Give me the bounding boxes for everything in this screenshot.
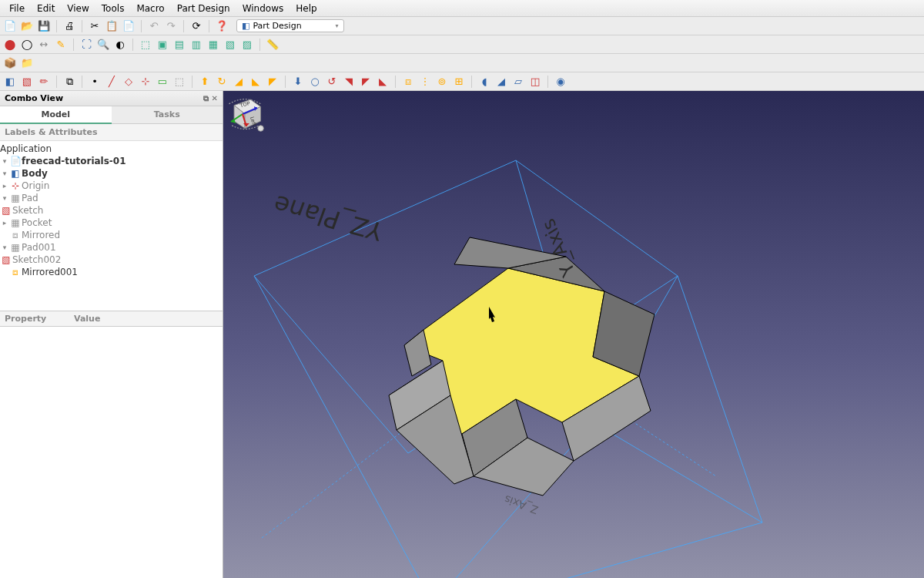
yz-plane-label: YZ_Plane — [270, 190, 388, 247]
svg-marker-8 — [243, 123, 249, 126]
part-icon[interactable]: 📦 — [3, 56, 17, 70]
view-rear-icon[interactable]: ▦ — [206, 38, 220, 52]
menu-macro[interactable]: Macro — [130, 2, 170, 15]
pad-icon: ▦ — [9, 242, 22, 253]
edit-icon[interactable]: ✎ — [54, 38, 68, 52]
view-left-icon[interactable]: ▨ — [240, 38, 254, 52]
view-right-icon[interactable]: ▥ — [189, 38, 203, 52]
cube-icon: ◧ — [242, 21, 249, 31]
sketch-icon[interactable]: ▧ — [20, 75, 34, 89]
3d-viewport[interactable]: YZ_Plane Y_Axis Z_Axis ue TOP Left — [223, 91, 924, 578]
tree-mirrored001[interactable]: ⧈Mirrored001 — [0, 266, 223, 278]
menu-help[interactable]: Help — [290, 2, 323, 15]
zoom-fit-icon[interactable]: ⛶ — [79, 38, 93, 52]
polar-pattern-icon[interactable]: ⊚ — [435, 75, 449, 89]
print-icon[interactable]: 🖨 — [62, 19, 76, 33]
menu-edit[interactable]: Edit — [31, 2, 61, 15]
tree-pad001[interactable]: ▾▦Pad001 — [0, 241, 223, 254]
open-file-icon[interactable]: 📂 — [20, 19, 34, 33]
main-area: Combo View ⧉ ✕ Model Tasks Labels & Attr… — [0, 91, 924, 578]
cut-icon[interactable]: ✂ — [88, 19, 102, 33]
undo-icon[interactable]: ↶ — [147, 19, 161, 33]
circle-icon[interactable]: ◯ — [20, 38, 34, 52]
tree-sketch[interactable]: ▧Sketch — [0, 204, 223, 217]
save-icon[interactable]: 💾 — [37, 19, 51, 33]
loft-a-icon[interactable]: ◢ — [232, 75, 246, 89]
mirrored-icon[interactable]: ⧈ — [401, 75, 415, 89]
sketch-icon: ▧ — [0, 205, 12, 216]
body-icon[interactable]: ◧ — [3, 75, 17, 89]
menu-windows[interactable]: Windows — [236, 2, 290, 15]
linear-pattern-icon[interactable]: ⋮ — [418, 75, 432, 89]
measure-linear-icon[interactable]: 📏 — [266, 38, 280, 52]
tab-tasks[interactable]: Tasks — [112, 106, 223, 124]
draw-style-icon[interactable]: ◐ — [113, 38, 127, 52]
primitive-s-icon[interactable]: ◣ — [376, 75, 390, 89]
chevron-down-icon: ▾ — [336, 22, 339, 29]
boolean-icon[interactable]: ◉ — [554, 75, 567, 89]
pad-icon[interactable]: ⬆ — [198, 75, 212, 89]
property-body[interactable] — [0, 327, 223, 578]
close-icon[interactable]: ✕ — [212, 94, 218, 103]
paste-icon[interactable]: 📄 — [122, 19, 136, 33]
lcs-icon[interactable]: ⊹ — [139, 75, 152, 89]
chamfer-icon[interactable]: ◢ — [494, 75, 508, 89]
fillet-icon[interactable]: ◖ — [477, 75, 491, 89]
whatsthis-icon[interactable]: ❓ — [215, 19, 229, 33]
group-icon[interactable]: 📁 — [20, 56, 34, 70]
mirrored-icon: ⧈ — [9, 267, 22, 277]
tree-doc[interactable]: ▾📄freecad-tutorials-01 — [0, 155, 223, 167]
shapebinder-icon[interactable]: ▭ — [156, 75, 169, 89]
tree-sketch002[interactable]: ▧Sketch002 — [0, 254, 223, 266]
workbench-label: Part Design — [253, 21, 301, 31]
view-iso-icon[interactable]: ⬚ — [139, 38, 152, 52]
separator-icon — [132, 39, 133, 51]
model-tree[interactable]: Application ▾📄freecad-tutorials-01 ▾◧Bod… — [0, 141, 223, 280]
pad-icon: ▦ — [9, 193, 22, 203]
float-icon[interactable]: ⧉ — [203, 94, 209, 103]
view-front-icon[interactable]: ▣ — [156, 38, 169, 52]
pipe-s-icon[interactable]: ◤ — [359, 75, 373, 89]
toolbar-4: ◧ ▧ ✏ ⧉ • ╱ ◇ ⊹ ▭ ⬚ ⬆ ↻ ◢ ◣ ◤ ⬇ ○ ↺ ◥ ◤ … — [0, 72, 924, 91]
tab-model[interactable]: Model — [0, 106, 112, 124]
tree-app[interactable]: Application — [0, 143, 223, 155]
revolution-icon[interactable]: ↻ — [215, 75, 229, 89]
pocket-icon[interactable]: ⬇ — [291, 75, 305, 89]
tree-mirrored[interactable]: ⧈Mirrored — [0, 229, 223, 241]
multi-transform-icon[interactable]: ⊞ — [452, 75, 466, 89]
tree-pad[interactable]: ▾▦Pad — [0, 192, 223, 204]
tree-pocket[interactable]: ▸▦Pocket — [0, 217, 223, 229]
menu-bar: File Edit View Tools Macro Part Design W… — [0, 0, 924, 17]
clone-icon[interactable]: ⧉ — [62, 75, 76, 89]
view-top-icon[interactable]: ▤ — [172, 38, 186, 52]
refresh-icon[interactable]: ⟳ — [189, 19, 203, 33]
menu-view[interactable]: View — [61, 2, 95, 15]
workbench-selector[interactable]: ◧ Part Design ▾ — [236, 19, 344, 32]
view-bottom-icon[interactable]: ▧ — [223, 38, 237, 52]
menu-tools[interactable]: Tools — [95, 2, 131, 15]
copy-icon[interactable]: 📋 — [105, 19, 119, 33]
menu-file[interactable]: File — [3, 2, 31, 15]
menu-partdesign[interactable]: Part Design — [171, 2, 236, 15]
pipe-a-icon[interactable]: ◣ — [249, 75, 263, 89]
line-icon[interactable]: ╱ — [105, 75, 119, 89]
plane-icon[interactable]: ◇ — [122, 75, 136, 89]
new-file-icon[interactable]: 📄 — [3, 19, 17, 33]
separator-icon — [259, 39, 260, 51]
property-header: Property Value — [0, 311, 223, 327]
loft-s-icon[interactable]: ◥ — [342, 75, 356, 89]
draft-icon[interactable]: ▱ — [511, 75, 525, 89]
edit-sketch-icon[interactable]: ✏ — [37, 75, 51, 89]
point-icon[interactable]: • — [88, 75, 102, 89]
primitive-a-icon[interactable]: ◤ — [266, 75, 280, 89]
tree-origin[interactable]: ▸⊹Origin — [0, 180, 223, 192]
zoom-icon[interactable]: 🔍 — [96, 38, 110, 52]
binder-icon[interactable]: ⬚ — [172, 75, 186, 89]
hole-icon[interactable]: ○ — [308, 75, 322, 89]
record-icon[interactable]: ⬤ — [3, 38, 17, 52]
measure-icon[interactable]: ↔ — [37, 38, 51, 52]
tree-body[interactable]: ▾◧Body — [0, 167, 223, 180]
groove-icon[interactable]: ↺ — [325, 75, 339, 89]
thickness-icon[interactable]: ◫ — [528, 75, 542, 89]
redo-icon[interactable]: ↷ — [164, 19, 178, 33]
